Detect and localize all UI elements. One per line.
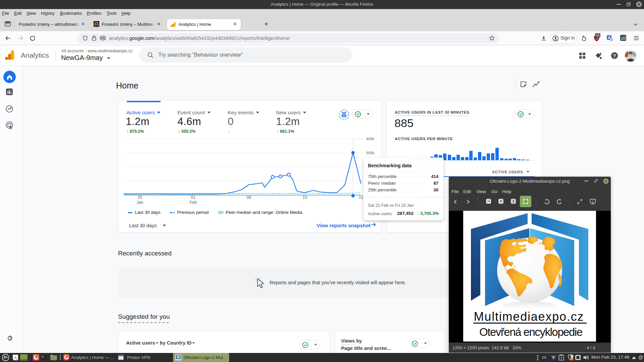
svg-text:Multimediaexpo.cz: Multimediaexpo.cz: [474, 310, 584, 323]
svg-text:文: 文: [610, 38, 613, 41]
svg-text:300k: 300k: [366, 151, 374, 155]
svg-text:22: 22: [359, 195, 363, 200]
svg-text:Feb: Feb: [190, 200, 197, 205]
svg-text:?: ?: [613, 53, 616, 58]
svg-text:400k: 400k: [366, 137, 374, 141]
svg-text:ω: ω: [595, 37, 598, 40]
svg-text:Otevřená encyklopedie: Otevřená encyklopedie: [479, 326, 583, 338]
svg-text:08: 08: [247, 195, 251, 200]
svg-text:Jan: Jan: [137, 200, 143, 205]
svg-text:15: 15: [303, 195, 307, 200]
svg-text:01: 01: [191, 195, 196, 200]
svg-text:25: 25: [138, 195, 142, 200]
